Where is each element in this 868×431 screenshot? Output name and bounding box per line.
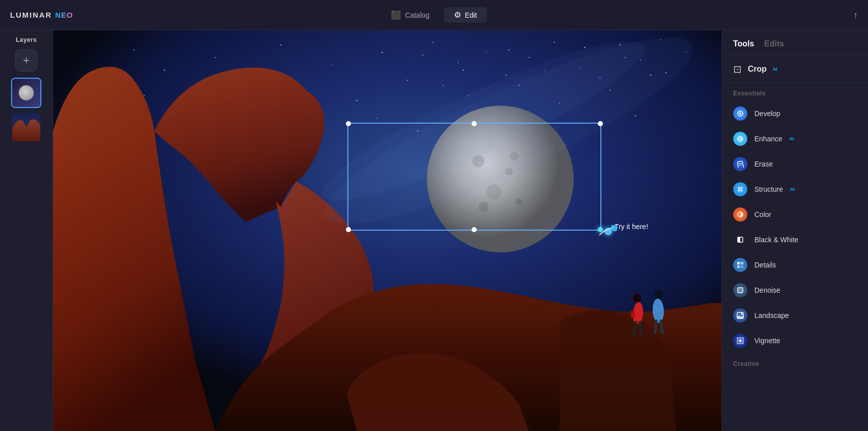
svg-point-19 <box>356 100 358 101</box>
svg-point-34 <box>635 115 636 116</box>
svg-point-15 <box>144 95 145 96</box>
share-button[interactable]: ↑ <box>853 10 858 20</box>
edit-label: Edit <box>465 11 477 19</box>
catalog-label: Catalog <box>405 11 429 19</box>
svg-rect-92 <box>741 265 743 268</box>
tool-item-denoise[interactable]: Denoise <box>722 278 868 303</box>
svg-rect-93 <box>738 288 743 293</box>
svg-point-9 <box>458 62 458 63</box>
tab-tools[interactable]: Tools <box>733 39 754 50</box>
svg-point-41 <box>554 42 555 43</box>
landscape-icon <box>733 308 747 322</box>
layer-2-svg <box>12 113 40 141</box>
landscape-icon-svg <box>737 312 744 319</box>
svg-point-4 <box>215 57 215 58</box>
topbar: LUMINAR NEO ⬛ Catalog ⚙ Edit ↑ <box>0 0 868 30</box>
svg-point-8 <box>432 42 433 43</box>
essentials-section-label: Essentials <box>722 83 868 101</box>
color-icon-svg <box>737 211 744 218</box>
structure-ai-badge: AI <box>790 187 795 192</box>
tool-item-landscape[interactable]: Landscape <box>722 303 868 328</box>
structure-label: Structure <box>754 185 783 193</box>
denoise-icon-svg <box>737 287 744 294</box>
svg-point-38 <box>486 52 486 52</box>
svg-line-60 <box>640 322 641 335</box>
layers-panel: Layers + <box>0 30 53 431</box>
enhance-icon <box>733 132 747 146</box>
svg-rect-58 <box>631 310 635 317</box>
erase-icon-svg <box>737 160 744 168</box>
creative-section-label: Creative <box>722 353 868 371</box>
add-layer-button[interactable]: + <box>15 49 37 72</box>
svg-rect-102 <box>739 339 742 342</box>
structure-icon-svg <box>737 186 744 193</box>
tab-edits[interactable]: Edits <box>764 39 784 50</box>
color-icon <box>733 207 747 222</box>
enhance-ai-badge: AI <box>789 136 794 141</box>
layer-thumb-1[interactable] <box>11 78 41 108</box>
crop-tool-item[interactable]: ⊡ Crop AI <box>722 56 868 83</box>
tool-item-details[interactable]: Details <box>722 252 868 278</box>
vignette-icon <box>733 334 747 348</box>
svg-point-2 <box>134 49 135 50</box>
rock-arch-svg <box>53 30 722 431</box>
layer-thumb-2[interactable] <box>11 112 41 142</box>
add-icon: + <box>23 54 30 67</box>
photo-canvas: Try it here! <box>53 30 722 431</box>
tool-item-develop[interactable]: Develop <box>722 101 868 126</box>
tool-item-black-white[interactable]: Black & White <box>722 227 868 252</box>
nav-center: ⬛ Catalog ⚙ Edit <box>381 7 487 23</box>
crop-icon: ⊡ <box>733 63 742 75</box>
svg-point-35 <box>422 55 423 56</box>
develop-label: Develop <box>754 110 780 118</box>
details-label: Details <box>754 261 776 269</box>
svg-point-10 <box>508 49 509 50</box>
denoise-label: Denoise <box>754 286 780 294</box>
svg-point-6 <box>331 65 332 65</box>
svg-rect-75 <box>737 161 743 168</box>
svg-point-12 <box>584 47 585 48</box>
svg-rect-90 <box>741 262 743 264</box>
tool-item-vignette[interactable]: Vignette <box>722 328 868 353</box>
tool-item-enhance[interactable]: Enhance AI <box>722 126 868 151</box>
svg-rect-89 <box>737 262 740 264</box>
logo-luminar-text: LUMINAR <box>10 11 52 19</box>
details-icon-svg <box>737 261 744 268</box>
svg-point-37 <box>463 70 464 71</box>
crop-tool-label: Crop <box>748 65 767 74</box>
vignette-label: Vignette <box>754 337 780 345</box>
layers-panel-label: Layers <box>16 36 37 43</box>
enhance-icon-svg <box>737 135 744 142</box>
vignette-icon-svg <box>737 337 744 344</box>
svg-point-62 <box>655 290 664 299</box>
bw-icon-svg <box>737 236 744 243</box>
svg-point-39 <box>506 75 507 76</box>
tool-item-color[interactable]: Color <box>722 202 868 227</box>
edit-icon: ⚙ <box>454 10 461 20</box>
landscape-label: Landscape <box>754 311 789 319</box>
svg-point-30 <box>377 118 377 119</box>
svg-rect-91 <box>737 265 740 268</box>
erase-label: Erase <box>754 160 773 168</box>
details-icon <box>733 258 747 272</box>
edit-nav-btn[interactable]: ⚙ Edit <box>444 7 487 23</box>
enhance-label: Enhance <box>754 135 782 143</box>
catalog-icon: ⬛ <box>391 10 401 20</box>
color-label: Color <box>754 210 771 219</box>
erase-icon <box>733 157 747 171</box>
tools-panel-header: Tools Edits <box>722 30 868 56</box>
canvas-area: Try it here! <box>53 30 722 431</box>
develop-icon <box>733 106 747 121</box>
svg-line-64 <box>661 321 662 333</box>
svg-point-20 <box>407 80 408 81</box>
svg-point-40 <box>529 57 529 58</box>
svg-point-99 <box>741 313 743 315</box>
tool-item-structure[interactable]: Structure AI <box>722 177 868 202</box>
tool-item-erase[interactable]: Erase <box>722 151 868 177</box>
catalog-nav-btn[interactable]: ⬛ Catalog <box>381 7 439 23</box>
share-icon: ↑ <box>853 10 858 20</box>
black-white-label: Black & White <box>754 236 798 244</box>
svg-point-82 <box>740 189 741 190</box>
svg-point-3 <box>164 70 165 71</box>
layer-1-moon <box>19 85 34 100</box>
